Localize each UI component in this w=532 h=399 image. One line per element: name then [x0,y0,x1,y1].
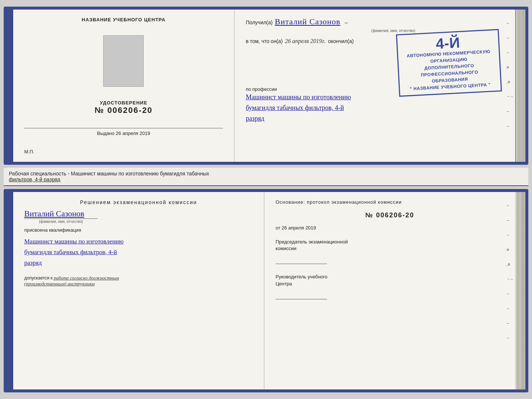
doc-left-panel: НАЗВАНИЕ УЧЕБНОГО ЦЕНТРА УДОСТОВЕРЕНИЕ №… [13,10,235,162]
in-that-prefix: в том, что он(а) [246,38,283,44]
chairman-label: Председатель экзаменационной комиссии [276,239,504,252]
date-prefix: от [276,225,280,231]
recipient-name: Виталий Сазонов [275,17,340,26]
date-handwritten: 26 апреля 2019г. [285,38,326,44]
recipient-line: Получил(а) Виталий Сазонов – [246,17,504,26]
commission-word: комиссии [276,246,296,251]
person-name-block: Виталий Сазонов (фамилия, имя, отчество) [24,209,253,224]
doc-right-edge-bottom [515,192,525,389]
cert-number-block: УДОСТОВЕРЕНИЕ № 006206-20 [95,100,153,115]
person-name: Виталий Сазонов [24,209,84,218]
middle-text-strip: Рабочая специальность - Машинист машины … [4,168,528,186]
mp-line: М.П. [24,149,34,154]
middle-text-line2: фильтров, 4-й разряд [9,177,60,182]
basis-date: от 26 апреля 2019 [276,225,504,231]
allowed-label: допускается к работе согласно должностны… [24,275,253,287]
qual-text2: бумагидля табачных фильтров, 4-й [24,247,253,258]
stamp-rect: 4-й АВТОНОМНУЮ НЕКОММЕРЧЕСКУЮ ОРГАНИЗАЦИ… [396,29,502,97]
right-side-marks: – – – и ,а ←– – – [507,21,513,128]
doc-spine-bottom [7,192,13,389]
cert-number: № 006206-20 [95,106,153,115]
top-document: НАЗВАНИЕ УЧЕБНОГО ЦЕНТРА УДОСТОВЕРЕНИЕ №… [4,7,528,165]
bottom-right-panel: Основание: протокол экзаменационной коми… [265,192,515,389]
chairman-text: Председатель экзаменационной [276,239,348,245]
fio-label-bottom: (фамилия, имя, отчество) [24,218,98,224]
allowed-text: работе согласно должностным [54,275,119,281]
bottom-right-marks: – – – и ,а ←– – – – – [507,203,513,340]
director-label: Руководитель учебного Центра [276,274,504,287]
protocol-number: № 006206-20 [276,211,504,219]
doc-spine-top [7,10,13,162]
qualification-block: Машинист машины по изготовлению бумагидл… [24,236,253,268]
allowed-prefix: допускается к [24,275,53,281]
page: НАЗВАНИЕ УЧЕБНОГО ЦЕНТРА УДОСТОВЕРЕНИЕ №… [0,0,532,399]
assigned-label: присвоена квалификация [24,227,253,233]
date-value: 26 апреля 2019 [282,225,316,231]
qual-text1: Машинист машины по изготовлению [24,236,253,247]
profession-text1: Машинист машины по изготовлению [246,92,504,103]
profession-text3: разряд [246,113,504,124]
stamp-block: 4-й АВТОНОМНУЮ НЕКОММЕРЧЕСКУЮ ОРГАНИЗАЦИ… [398,32,500,76]
training-center-title: НАЗВАНИЕ УЧЕБНОГО ЦЕНТРА [82,17,165,22]
center-word: Центра [276,281,292,286]
profession-text2: бумагидля табачных фильтров, 4-й [246,103,504,113]
allowed-text2: (производственным) инструкциям [24,281,95,286]
commission-title: Решением экзаменационной комиссии [24,199,253,205]
director-signature-line [276,299,327,299]
issued-line: Выдано 26 апреля 2019 [24,128,223,136]
director-text: Руководитель учебного [276,274,327,279]
bottom-left-panel: Решением экзаменационной комиссии Витали… [13,192,265,389]
qual-text3: разряд [24,258,253,268]
received-prefix: Получил(а) [246,19,273,25]
chairman-signature-line [276,264,327,264]
doc-right-edge-top [515,10,525,162]
finished-text: окончил(а) [328,38,354,44]
bottom-document: Решением экзаменационной комиссии Витали… [4,189,528,392]
middle-text-line1: Рабочая специальность - Машинист машины … [9,171,209,177]
cert-label: УДОСТОВЕРЕНИЕ [95,100,153,106]
basis-label: Основание: протокол экзаменационной коми… [276,199,504,205]
cert-photo [103,35,144,87]
doc-right-panel: Получил(а) Виталий Сазонов – (фамилия, и… [235,10,515,162]
